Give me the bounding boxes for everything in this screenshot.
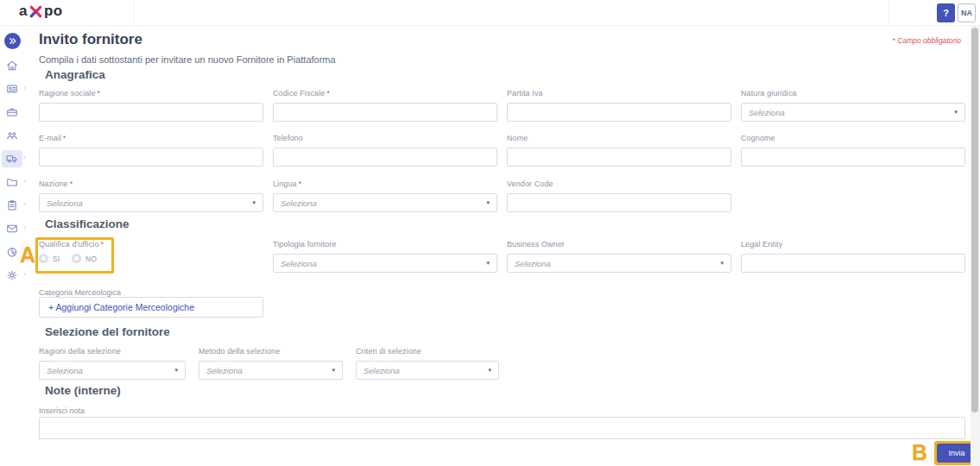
annotation-letter-b: B [912,440,927,465]
section-note-title: Note (interne) [45,384,121,397]
annotation-letter-a: A [20,242,35,268]
dropdown-arrow-icon: ▾ [486,199,490,206]
dropdown-arrow-icon: ▾ [252,199,256,206]
field-label: Legal Entity [741,240,965,249]
page-title: Invito fornitore [39,31,142,48]
field-cognome: Cognome [741,134,965,167]
criteri-selezione-select[interactable]: Seleziona ▾ [356,361,499,380]
qualifica-radio-si[interactable]: SI [39,254,60,263]
field-vendor-code: Vendor Code [507,179,731,212]
field-criteri-selezione: Criteri di selezione Seleziona ▾ [356,347,499,380]
field-label: Nome [507,134,731,142]
folder-icon [6,176,18,188]
sidebar-toggle[interactable] [4,33,21,49]
field-lingua: Lingua* Seleziona ▾ [273,179,497,212]
qualifica-radio-no[interactable]: NO [72,254,97,263]
radio-icon [39,254,48,263]
nome-input[interactable] [507,148,731,167]
dropdown-arrow-icon: ▾ [332,367,335,374]
codice-fiscale-input[interactable] [273,103,497,122]
email-input[interactable] [39,148,263,167]
axpo-x-icon [28,4,43,19]
business-owner-select[interactable]: Seleziona ▾ [507,254,731,273]
chevron-right-icon: › [23,271,26,278]
chevron-right-icon: › [23,224,26,231]
clipboard-icon [6,199,18,211]
vertical-scrollbar[interactable] [971,26,980,466]
required-fields-note: * Campo obbligatorio [893,36,961,45]
gear-icon [6,269,18,281]
pie-chart-icon [6,246,18,258]
logo-text-po: po [44,3,63,20]
field-label: Lingua* [273,179,497,188]
axpo-logo[interactable]: a po [19,3,63,20]
dropdown-arrow-icon: ▾ [954,109,958,116]
nota-textarea[interactable] [39,417,965,439]
field-natura-giuridica: Natura giuridica Seleziona ▾ [741,89,965,122]
top-header: a po ? NA [0,0,980,26]
ragioni-selezione-select[interactable]: Seleziona ▾ [39,361,186,380]
anagrafica-row-2: E-mail* Telefono Nome Cognome [39,134,965,167]
field-label: Partita Iva [507,89,731,98]
sidebar-item-registry[interactable]: › [2,80,22,98]
header-divider [888,0,889,26]
classificazione-row: Qualifica d'ufficio* SI NO Tipologia for… [39,240,965,273]
briefcase-icon [6,106,18,118]
field-label: Qualifica d'ufficio* [39,240,263,249]
selezione-row: Ragioni della selezione Seleziona ▾ Meto… [39,347,499,380]
lingua-select[interactable]: Seleziona ▾ [273,193,497,212]
field-label: Nazione* [39,179,263,188]
field-codice-fiscale: Codice Fiscale* [273,89,497,122]
field-nazione: Nazione* Seleziona ▾ [39,179,263,212]
scrollbar-thumb[interactable] [971,28,978,412]
field-ragioni-selezione: Ragioni della selezione Seleziona ▾ [39,347,186,380]
section-classificazione-title: Classificazione [45,217,130,230]
field-label: Criteri di selezione [356,347,499,356]
categoria-merceologica-label: Categoria Merceologica [39,288,121,297]
user-avatar-button[interactable]: NA [958,3,976,22]
required-asterisk: * [299,179,302,188]
field-qualifica-ufficio: Qualifica d'ufficio* SI NO [39,240,263,273]
sidebar-item-users[interactable] [2,127,22,144]
anagrafica-row-3: Nazione* Seleziona ▾ Lingua* Seleziona ▾… [39,179,965,212]
dropdown-arrow-icon: ▾ [486,260,490,267]
people-icon [6,129,18,142]
vendor-code-input[interactable] [507,193,731,212]
partita-iva-input[interactable] [507,103,731,122]
truck-icon [6,153,18,165]
field-label: Ragione sociale* [39,89,263,98]
sidebar-item-settings[interactable]: › [2,267,22,284]
sidebar-item-documents[interactable]: › [2,173,22,191]
telefono-input[interactable] [273,148,497,167]
field-telefono: Telefono [273,134,497,167]
field-label: Codice Fiscale* [273,89,497,98]
cognome-input[interactable] [741,148,965,167]
field-label: Business Owner [507,240,731,249]
sidebar-item-messages[interactable]: › [2,220,22,237]
tipologia-fornitore-select[interactable]: Seleziona ▾ [273,254,497,273]
required-asterisk: * [70,179,73,188]
required-asterisk: * [326,89,330,98]
field-tipologia-fornitore: Tipologia fornitore Seleziona ▾ [273,240,497,273]
add-categorie-merceologiche-button[interactable]: + Aggiungi Categorie Merceologiche [39,297,263,318]
field-label: Tipologia fornitore [273,240,497,249]
qualifica-radio-group: SI NO [39,254,263,263]
field-label: Natura giuridica [741,89,965,98]
nazione-select[interactable]: Seleziona ▾ [39,193,263,212]
metodo-selezione-select[interactable]: Seleziona ▾ [199,361,343,380]
inserisci-nota-label: Inserisci nota [39,406,85,415]
sidebar-item-suppliers[interactable]: › [2,150,22,167]
required-asterisk: * [63,134,66,142]
field-legal-entity: Legal Entity [741,240,965,273]
sidebar-item-home[interactable] [2,57,22,74]
anagrafica-row-1: Ragione sociale* Codice Fiscale* Partita… [39,89,965,122]
ragione-sociale-input[interactable] [39,103,263,122]
radio-icon [72,254,81,263]
help-button[interactable]: ? [937,3,955,22]
legal-entity-input[interactable] [741,254,965,273]
sidebar-item-tasks[interactable]: › [2,197,22,214]
field-label: E-mail* [39,134,263,142]
natura-giuridica-select[interactable]: Seleziona ▾ [741,103,965,122]
dropdown-arrow-icon: ▾ [174,367,178,374]
sidebar-item-company[interactable] [2,104,22,121]
